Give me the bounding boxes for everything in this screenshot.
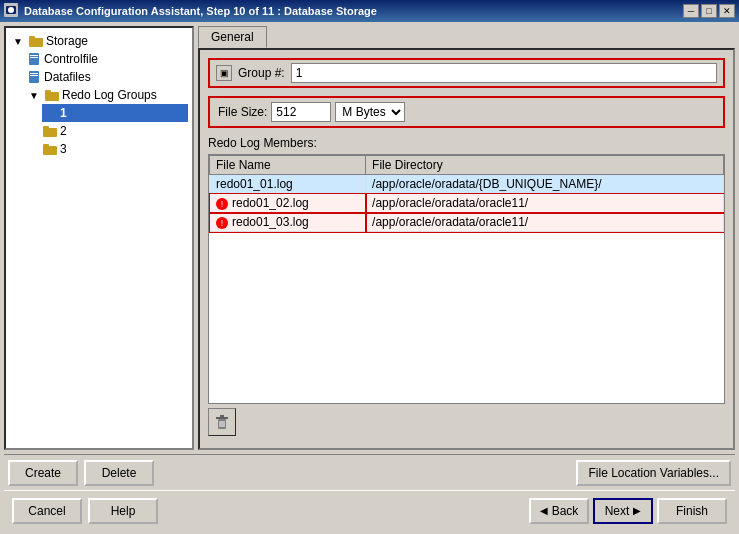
delete-button[interactable]: Delete bbox=[84, 460, 154, 486]
left-action-buttons: Create Delete bbox=[8, 460, 154, 486]
svg-rect-3 bbox=[29, 38, 43, 47]
svg-rect-15 bbox=[43, 128, 57, 137]
right-action-buttons: File Location Variables... bbox=[576, 460, 731, 486]
svg-rect-20 bbox=[216, 417, 228, 419]
cell-directory: /app/oracle/oradata/{DB_UNIQUE_NAME}/ bbox=[366, 175, 724, 194]
cell-directory: /app/oracle/oradata/oracle11/ bbox=[366, 213, 724, 232]
svg-point-2 bbox=[8, 7, 14, 13]
trash-icon bbox=[213, 413, 231, 431]
svg-rect-21 bbox=[220, 415, 224, 417]
tree-item-redolog-groups[interactable]: ▼ Redo Log Groups bbox=[26, 86, 188, 104]
svg-rect-10 bbox=[30, 75, 38, 76]
svg-rect-6 bbox=[30, 55, 38, 56]
tree-label-group3: 3 bbox=[60, 142, 67, 156]
svg-rect-14 bbox=[43, 108, 49, 111]
main-content: ▼ Storage Controlf bbox=[0, 22, 739, 534]
tree-item-group1[interactable]: 1 bbox=[42, 104, 188, 122]
tree-item-storage[interactable]: ▼ Storage bbox=[10, 32, 188, 50]
window-controls: ─ □ ✕ bbox=[683, 4, 735, 18]
group-number-input[interactable] bbox=[291, 63, 717, 83]
svg-rect-5 bbox=[29, 53, 39, 65]
tree-item-group2[interactable]: 2 bbox=[42, 122, 188, 140]
tree-item-datafiles[interactable]: Datafiles bbox=[26, 68, 188, 86]
table-row[interactable]: !redo01_03.log/app/oracle/oradata/oracle… bbox=[210, 213, 724, 232]
maximize-button[interactable]: □ bbox=[701, 4, 717, 18]
help-button[interactable]: Help bbox=[88, 498, 158, 524]
finish-button[interactable]: Finish bbox=[657, 498, 727, 524]
group1-icon bbox=[42, 105, 58, 121]
tab-general[interactable]: General bbox=[198, 26, 267, 48]
panel-content: ▣ Group #: File Size: M Bytes K Bytes G … bbox=[198, 48, 735, 450]
cancel-button[interactable]: Cancel bbox=[12, 498, 82, 524]
delete-row-button[interactable] bbox=[208, 408, 236, 436]
file-size-group: File Size: M Bytes K Bytes G Bytes bbox=[208, 96, 725, 128]
dialog-left-buttons: Cancel Help bbox=[12, 498, 158, 524]
col-filename: File Name bbox=[210, 156, 366, 175]
col-directory: File Directory bbox=[366, 156, 724, 175]
file-size-input[interactable] bbox=[271, 102, 331, 122]
navigation-buttons: ◀ Back Next ▶ Finish bbox=[529, 498, 727, 524]
datafiles-icon bbox=[26, 69, 42, 85]
svg-rect-17 bbox=[43, 146, 57, 155]
create-button[interactable]: Create bbox=[8, 460, 78, 486]
redo-log-table: File Name File Directory redo01_01.log/a… bbox=[208, 154, 725, 404]
cell-directory: /app/oracle/oradata/oracle11/ bbox=[366, 194, 724, 213]
bottom-bar-2: Cancel Help ◀ Back Next ▶ Finish bbox=[4, 490, 735, 530]
window-title: Database Configuration Assistant, Step 1… bbox=[24, 5, 377, 17]
tree-panel: ▼ Storage Controlf bbox=[4, 26, 194, 450]
right-panel: General ▣ Group #: File Size: M Bytes K … bbox=[198, 26, 735, 450]
next-button[interactable]: Next ▶ bbox=[593, 498, 653, 524]
table-row[interactable]: !redo01_02.log/app/oracle/oradata/oracle… bbox=[210, 194, 724, 213]
tree-item-group3[interactable]: 3 bbox=[42, 140, 188, 158]
back-arrow: ◀ bbox=[540, 505, 548, 516]
minimize-button[interactable]: ─ bbox=[683, 4, 699, 18]
tree-label-group1: 1 bbox=[60, 106, 67, 120]
storage-folder-icon bbox=[28, 33, 44, 49]
group-label: Group #: bbox=[238, 66, 285, 80]
back-label: Back bbox=[552, 504, 579, 518]
tree-item-controlfile[interactable]: Controlfile bbox=[26, 50, 188, 68]
svg-rect-7 bbox=[30, 57, 38, 58]
back-button[interactable]: ◀ Back bbox=[529, 498, 589, 524]
expand-icon-redo: ▼ bbox=[26, 87, 42, 103]
bottom-bar-1: Create Delete File Location Variables... bbox=[4, 454, 735, 490]
svg-rect-12 bbox=[45, 90, 51, 93]
group-icon: ▣ bbox=[216, 65, 232, 81]
tree-label-group2: 2 bbox=[60, 124, 67, 138]
tab-bar: General bbox=[198, 26, 735, 48]
expand-icon: ▼ bbox=[10, 33, 26, 49]
file-size-label: File Size: bbox=[218, 105, 267, 119]
next-arrow: ▶ bbox=[633, 505, 641, 516]
cell-filename: !redo01_03.log bbox=[210, 213, 366, 232]
cell-filename: !redo01_02.log bbox=[210, 194, 366, 213]
svg-rect-11 bbox=[45, 92, 59, 101]
svg-rect-9 bbox=[30, 73, 38, 74]
group3-icon bbox=[42, 141, 58, 157]
close-button[interactable]: ✕ bbox=[719, 4, 735, 18]
table-row[interactable]: redo01_01.log/app/oracle/oradata/{DB_UNI… bbox=[210, 175, 724, 194]
tree-label-redo-groups: Redo Log Groups bbox=[62, 88, 157, 102]
title-bar: Database Configuration Assistant, Step 1… bbox=[0, 0, 739, 22]
table-toolbar bbox=[208, 404, 725, 440]
redo-log-label: Redo Log Members: bbox=[208, 136, 725, 150]
controlfile-icon bbox=[26, 51, 42, 67]
svg-rect-16 bbox=[43, 126, 49, 129]
svg-rect-8 bbox=[29, 71, 39, 83]
redo-log-section: Redo Log Members: File Name File Directo… bbox=[208, 136, 725, 404]
next-label: Next bbox=[605, 504, 630, 518]
group2-icon bbox=[42, 123, 58, 139]
cell-filename: redo01_01.log bbox=[210, 175, 366, 194]
app-icon bbox=[4, 3, 20, 19]
file-location-button[interactable]: File Location Variables... bbox=[576, 460, 731, 486]
svg-rect-18 bbox=[43, 144, 49, 147]
unit-select[interactable]: M Bytes K Bytes G Bytes bbox=[335, 102, 405, 122]
svg-rect-4 bbox=[29, 36, 35, 39]
svg-rect-13 bbox=[43, 110, 57, 119]
tree-label-controlfile: Controlfile bbox=[44, 52, 98, 66]
redo-folder-icon bbox=[44, 87, 60, 103]
tree-label-storage: Storage bbox=[46, 34, 88, 48]
tree-label-datafiles: Datafiles bbox=[44, 70, 91, 84]
